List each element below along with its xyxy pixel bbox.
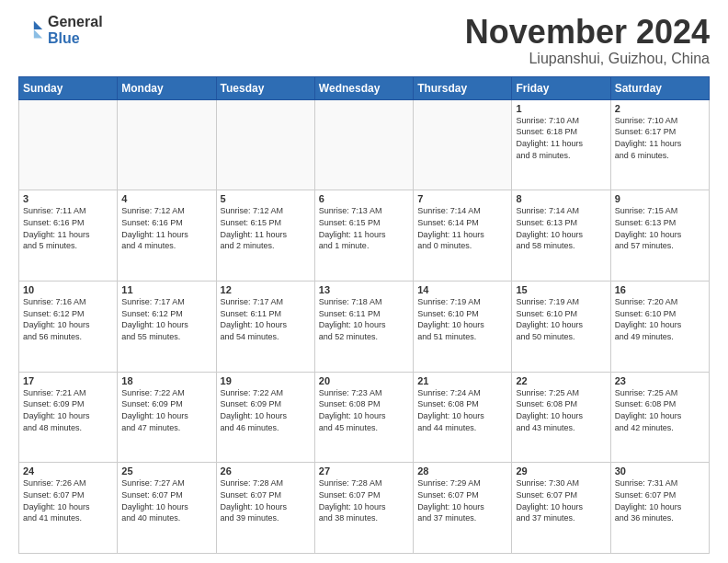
day-info: Sunrise: 7:29 AM Sunset: 6:07 PM Dayligh… (417, 478, 484, 523)
weekday-header-wednesday: Wednesday (314, 76, 413, 99)
day-number: 8 (516, 193, 606, 204)
day-number: 21 (417, 375, 507, 386)
calendar-cell: 6Sunrise: 7:13 AM Sunset: 6:15 PM Daylig… (314, 190, 413, 282)
day-number: 24 (23, 465, 113, 477)
svg-marker-1 (34, 29, 42, 38)
day-info: Sunrise: 7:10 AM Sunset: 6:18 PM Dayligh… (516, 116, 583, 160)
day-number: 10 (23, 284, 113, 295)
weekday-header-friday: Friday (512, 76, 610, 99)
calendar-cell: 3Sunrise: 7:11 AM Sunset: 6:16 PM Daylig… (19, 190, 118, 282)
day-number: 27 (319, 465, 409, 477)
calendar-cell: 19Sunrise: 7:22 AM Sunset: 6:09 PM Dayli… (216, 372, 314, 463)
day-number: 11 (121, 284, 211, 295)
day-number: 23 (615, 375, 705, 386)
svg-marker-0 (34, 20, 42, 29)
day-number: 18 (121, 375, 211, 386)
day-number: 30 (615, 465, 705, 477)
calendar-cell: 7Sunrise: 7:14 AM Sunset: 6:14 PM Daylig… (414, 190, 512, 282)
day-number: 19 (221, 375, 311, 386)
day-number: 20 (319, 375, 409, 386)
day-number: 16 (615, 284, 705, 295)
day-info: Sunrise: 7:31 AM Sunset: 6:07 PM Dayligh… (615, 478, 682, 523)
day-number: 17 (23, 375, 113, 386)
calendar-cell: 12Sunrise: 7:17 AM Sunset: 6:11 PM Dayli… (216, 281, 314, 372)
calendar-cell: 16Sunrise: 7:20 AM Sunset: 6:10 PM Dayli… (610, 281, 709, 372)
calendar-cell: 5Sunrise: 7:12 AM Sunset: 6:15 PM Daylig… (216, 190, 314, 282)
day-info: Sunrise: 7:11 AM Sunset: 6:16 PM Dayligh… (23, 206, 90, 250)
location: Liupanshui, Guizhou, China (465, 51, 710, 67)
day-number: 6 (319, 193, 409, 204)
calendar-cell: 15Sunrise: 7:19 AM Sunset: 6:10 PM Dayli… (512, 281, 610, 372)
day-info: Sunrise: 7:15 AM Sunset: 6:13 PM Dayligh… (615, 206, 682, 250)
day-number: 25 (121, 465, 211, 477)
calendar-cell (19, 99, 118, 190)
logo-general: General (48, 14, 103, 30)
day-info: Sunrise: 7:25 AM Sunset: 6:08 PM Dayligh… (516, 388, 583, 432)
day-number: 2 (615, 103, 705, 114)
logo-icon (18, 17, 44, 43)
title-block: November 2024 Liupanshui, Guizhou, China (465, 14, 710, 67)
day-info: Sunrise: 7:22 AM Sunset: 6:09 PM Dayligh… (121, 388, 188, 432)
calendar-cell: 25Sunrise: 7:27 AM Sunset: 6:07 PM Dayli… (118, 463, 216, 554)
day-info: Sunrise: 7:18 AM Sunset: 6:11 PM Dayligh… (319, 297, 386, 341)
day-number: 28 (417, 465, 507, 477)
calendar-cell: 18Sunrise: 7:22 AM Sunset: 6:09 PM Dayli… (118, 372, 216, 463)
calendar-cell: 2Sunrise: 7:10 AM Sunset: 6:17 PM Daylig… (610, 99, 709, 190)
calendar-cell: 26Sunrise: 7:28 AM Sunset: 6:07 PM Dayli… (216, 463, 314, 554)
day-info: Sunrise: 7:17 AM Sunset: 6:11 PM Dayligh… (221, 297, 288, 341)
day-number: 26 (221, 465, 311, 477)
weekday-header-sunday: Sunday (19, 76, 118, 99)
calendar: SundayMondayTuesdayWednesdayThursdayFrid… (18, 76, 710, 554)
day-number: 22 (516, 375, 606, 386)
day-info: Sunrise: 7:19 AM Sunset: 6:10 PM Dayligh… (516, 297, 583, 341)
day-number: 5 (221, 193, 311, 204)
day-number: 29 (516, 465, 606, 477)
weekday-header-tuesday: Tuesday (216, 76, 314, 99)
day-number: 1 (516, 103, 606, 114)
calendar-cell: 14Sunrise: 7:19 AM Sunset: 6:10 PM Dayli… (414, 281, 512, 372)
day-number: 12 (221, 284, 311, 295)
day-info: Sunrise: 7:28 AM Sunset: 6:07 PM Dayligh… (221, 478, 288, 523)
calendar-cell (314, 99, 413, 190)
day-info: Sunrise: 7:21 AM Sunset: 6:09 PM Dayligh… (23, 388, 90, 432)
day-info: Sunrise: 7:25 AM Sunset: 6:08 PM Dayligh… (615, 388, 682, 432)
day-info: Sunrise: 7:14 AM Sunset: 6:14 PM Dayligh… (417, 206, 484, 250)
day-number: 15 (516, 284, 606, 295)
calendar-cell: 21Sunrise: 7:24 AM Sunset: 6:08 PM Dayli… (414, 372, 512, 463)
calendar-cell: 30Sunrise: 7:31 AM Sunset: 6:07 PM Dayli… (610, 463, 709, 554)
header: General Blue November 2024 Liupanshui, G… (18, 14, 710, 67)
day-info: Sunrise: 7:28 AM Sunset: 6:07 PM Dayligh… (319, 478, 386, 523)
day-number: 9 (615, 193, 705, 204)
calendar-cell: 9Sunrise: 7:15 AM Sunset: 6:13 PM Daylig… (610, 190, 709, 282)
day-info: Sunrise: 7:30 AM Sunset: 6:07 PM Dayligh… (516, 478, 583, 523)
calendar-cell: 13Sunrise: 7:18 AM Sunset: 6:11 PM Dayli… (314, 281, 413, 372)
calendar-cell: 11Sunrise: 7:17 AM Sunset: 6:12 PM Dayli… (118, 281, 216, 372)
logo-text: General Blue (48, 14, 103, 46)
calendar-cell (414, 99, 512, 190)
calendar-cell: 20Sunrise: 7:23 AM Sunset: 6:08 PM Dayli… (314, 372, 413, 463)
day-number: 3 (23, 193, 113, 204)
day-info: Sunrise: 7:20 AM Sunset: 6:10 PM Dayligh… (615, 297, 682, 341)
day-number: 13 (319, 284, 409, 295)
day-info: Sunrise: 7:10 AM Sunset: 6:17 PM Dayligh… (615, 116, 682, 160)
day-info: Sunrise: 7:14 AM Sunset: 6:13 PM Dayligh… (516, 206, 583, 250)
calendar-cell: 17Sunrise: 7:21 AM Sunset: 6:09 PM Dayli… (19, 372, 118, 463)
calendar-cell: 23Sunrise: 7:25 AM Sunset: 6:08 PM Dayli… (610, 372, 709, 463)
day-info: Sunrise: 7:19 AM Sunset: 6:10 PM Dayligh… (417, 297, 484, 341)
calendar-cell: 27Sunrise: 7:28 AM Sunset: 6:07 PM Dayli… (314, 463, 413, 554)
page: General Blue November 2024 Liupanshui, G… (0, 0, 728, 563)
calendar-cell: 1Sunrise: 7:10 AM Sunset: 6:18 PM Daylig… (512, 99, 610, 190)
weekday-header-saturday: Saturday (610, 76, 709, 99)
calendar-cell: 22Sunrise: 7:25 AM Sunset: 6:08 PM Dayli… (512, 372, 610, 463)
calendar-cell (118, 99, 216, 190)
day-info: Sunrise: 7:13 AM Sunset: 6:15 PM Dayligh… (319, 206, 386, 250)
day-info: Sunrise: 7:12 AM Sunset: 6:15 PM Dayligh… (221, 206, 288, 250)
day-info: Sunrise: 7:16 AM Sunset: 6:12 PM Dayligh… (23, 297, 90, 341)
day-info: Sunrise: 7:24 AM Sunset: 6:08 PM Dayligh… (417, 388, 484, 432)
calendar-cell: 4Sunrise: 7:12 AM Sunset: 6:16 PM Daylig… (118, 190, 216, 282)
day-info: Sunrise: 7:27 AM Sunset: 6:07 PM Dayligh… (121, 478, 188, 523)
weekday-header-thursday: Thursday (414, 76, 512, 99)
calendar-cell: 28Sunrise: 7:29 AM Sunset: 6:07 PM Dayli… (414, 463, 512, 554)
calendar-cell (216, 99, 314, 190)
day-info: Sunrise: 7:12 AM Sunset: 6:16 PM Dayligh… (121, 206, 188, 250)
